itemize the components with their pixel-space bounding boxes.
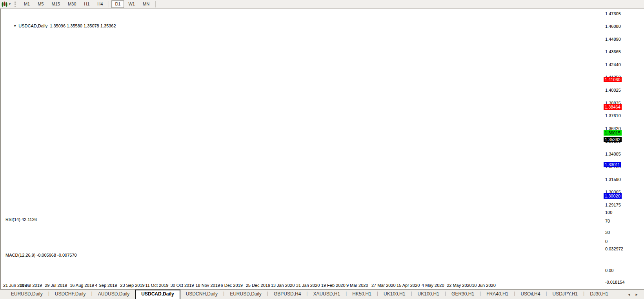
timeframe-button-D1[interactable]: D1 [111,0,124,8]
date-axis-label: 23 Sep 2019 [120,283,144,288]
tab-uk100-h1[interactable]: UK100,H1 [378,290,411,299]
price-axis-tick: 1.29175 [605,203,621,207]
tab-eurusd-daily[interactable]: EURUSD,Daily [224,290,267,299]
toolbar-grip[interactable] [15,2,17,7]
mt4-window: ▼ M1M5M15M30H1H4D1W1MN ▼USDCAD,Daily 1.3… [0,0,644,299]
rsi-indicator-label: RSI(14) 42.1126 [5,217,37,222]
level-price-label[interactable]: 1.30020 [604,193,622,199]
tab-audusd-daily[interactable]: AUDUSD,Daily [93,290,135,299]
current-price-label: 1.35362 [604,137,622,142]
date-axis-label: 6 Dec 2019 [221,283,243,288]
price-axis-tick: 1.42440 [605,62,621,67]
date-axis-label: 10 Jul 2019 [20,283,42,288]
tab-ger30-h1[interactable]: GER30,H1 [446,290,480,299]
tab-hk50-h1[interactable]: HK50,H1 [347,290,377,299]
macd-axis-tick: 0.032972 [605,246,623,251]
timeframe-button-M30[interactable]: M30 [64,0,80,8]
chart-title: ▼USDCAD,Daily 1.35096 1.35580 1.35078 1.… [6,19,116,33]
date-axis-label: 9 Mar 2020 [346,283,368,288]
date-axis-label: 30 Oct 2019 [170,283,194,288]
tab-scroll-controls: ◂ ▸ [628,290,644,299]
price-axis-tick: 1.37610 [605,113,621,118]
tab-usdchf-daily[interactable]: USDCHF,Daily [49,290,91,299]
date-axis-label: 4 May 2020 [422,283,444,288]
tab-scroll-right-icon[interactable]: ▸ [635,292,638,297]
date-axis-label: 13 Jan 2020 [271,283,295,288]
rsi-axis-tick: 70 [605,219,610,223]
date-axis-label: 19 Feb 2020 [321,283,346,288]
price-axis-tick: 1.47305 [605,11,621,16]
chart-window: ▼USDCAD,Daily 1.35096 1.35580 1.35078 1.… [0,8,644,289]
macd-axis-tick: 0.00 [605,268,613,273]
date-axis-label: 16 Aug 2019 [70,283,94,288]
chart-title-text: USDCAD,Daily 1.35096 1.35580 1.35078 1.3… [18,24,116,28]
tab-usdjpy-h1[interactable]: USDJPY,H1 [547,290,583,299]
tab-dj30-h1[interactable]: DJ30,H1 [584,290,614,299]
level-price-label[interactable]: 1.36015 [604,130,622,136]
tab-scroll-left-icon[interactable]: ◂ [628,292,630,297]
rsi-axis-tick: 100 [605,210,612,215]
level-price-label[interactable]: 1.41060 [604,77,622,82]
tab-fra40-h1[interactable]: FRA40,H1 [481,290,514,299]
date-axis-label: 10 Jun 2020 [472,283,496,288]
timeframe-button-M15[interactable]: M15 [48,0,63,8]
timeframe-button-H4[interactable]: H4 [94,0,106,8]
chart-tabs: EURUSD,Daily|USDCHF,Daily|AUDUSD,DailyUS… [5,290,614,299]
date-axis-label: 4 Sep 2019 [95,283,117,288]
date-axis-label: 22 May 2020 [447,283,472,288]
date-axis-label: 29 Jul 2019 [45,283,67,288]
tab-usoil-h4[interactable]: USOil,H4 [515,290,546,299]
tab-usdcad-daily[interactable]: USDCAD,Daily [135,290,180,299]
symbol-menu-icon[interactable]: ▼ [13,24,16,28]
macd-axis-tick: -0.018154 [605,280,625,285]
price-axis-tick: 1.43665 [605,49,621,54]
price-axis-tick: 1.40025 [605,88,621,92]
chart-tab-bar: EURUSD,Daily|USDCHF,Daily|AUDUSD,DailyUS… [0,289,644,299]
timeframe-button-W1[interactable]: W1 [125,0,138,8]
rsi-axis-tick: 30 [605,230,610,235]
timeframe-buttons: M1M5M15M30H1H4D1W1MN [20,0,158,8]
timeframe-button-MN[interactable]: MN [139,0,153,8]
level-price-label[interactable]: 1.33011 [604,162,621,167]
date-axis-label: 25 Dec 2019 [246,283,270,288]
tab-xauusd-h1[interactable]: XAUUSD,H1 [307,290,346,299]
timeframe-button-H1[interactable]: H1 [80,0,93,8]
level-price-label[interactable]: 1.38464 [604,104,622,110]
chevron-down-icon[interactable]: ▼ [8,2,11,6]
date-axis-label: 27 Mar 2020 [371,283,396,288]
date-axis-label: 15 Apr 2020 [397,283,420,288]
tab-usdcnh-daily[interactable]: USDCNH,Daily [180,290,223,299]
date-axis-label: 31 Jan 2020 [296,283,320,288]
price-axis-tick: 1.34005 [605,152,621,156]
candlestick-chart-icon[interactable] [2,2,7,7]
tab-eurusd-daily[interactable]: EURUSD,Daily [5,290,48,299]
price-axis-tick: 1.31590 [605,177,621,182]
date-axis-label: 11 Oct 2019 [145,283,168,288]
price-axis-tick: 1.46080 [605,24,621,29]
macd-indicator-label: MACD(12,26,9) -0.005968 -0.007570 [5,253,77,257]
toolbar: ▼ M1M5M15M30H1H4D1W1MN [0,0,644,9]
timeframe-button-M5[interactable]: M5 [34,0,47,8]
timeframe-button-M1[interactable]: M1 [20,0,33,8]
date-axis-label: 18 Nov 2019 [196,283,220,288]
price-axis-tick: 1.44890 [605,37,621,42]
tab-gbpusd-h4[interactable]: GBPUSD,H4 [268,290,306,299]
rsi-axis-tick: 0 [605,239,608,244]
tab-uk100-h1[interactable]: UK100,H1 [412,290,445,299]
